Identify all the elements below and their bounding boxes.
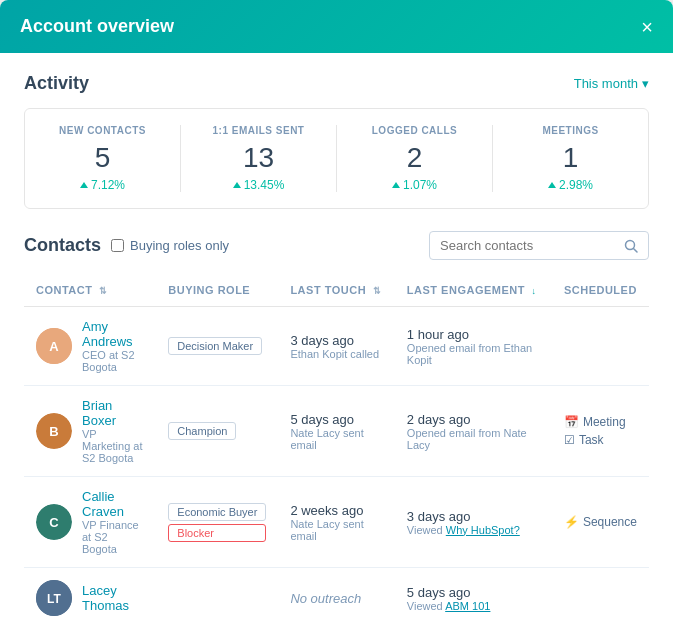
stat-emails-sent: 1:1 EMAILS SENT 13 13.45% [181,125,337,192]
activity-section-header: Activity This month ▾ [24,73,649,94]
contacts-section: Contacts Buying roles only [24,231,649,622]
engagement-cell: 3 days ago Viewed Why HubSpot? [395,477,552,568]
buying-role-cell: Decision Maker [156,307,278,386]
engagement-sub: Opened email from Nate Lacy [407,427,540,451]
stat-change-logged-calls: 1.07% [337,178,492,192]
table-row: C Callie Craven VP Finance at S2 Bogota … [24,477,649,568]
stat-change-emails-sent: 13.45% [181,178,336,192]
last-touch-main: 3 days ago [290,333,382,348]
engagement-cell: 5 days ago Viewed ABM 101 [395,568,552,623]
stat-change-new-contacts: 7.12% [25,178,180,192]
svg-text:C: C [49,515,59,530]
sort-icon: ⇅ [373,286,382,296]
engagement-main: 2 days ago [407,412,540,427]
table-row: LT Lacey Thomas No outreach [24,568,649,623]
contact-cell: B Brian Boxer VP Marketing at S2 Bogota [24,386,156,477]
last-touch-main: 5 days ago [290,412,382,427]
buying-role-badge: Champion [168,422,236,440]
last-touch-main: 2 weeks ago [290,503,382,518]
period-selector[interactable]: This month ▾ [574,76,649,91]
contact-title: CEO at S2 Bogota [82,349,144,373]
stat-value-logged-calls: 2 [337,142,492,174]
scheduled-cell: ⚡ Sequence [552,477,649,568]
modal-header: Account overview × [0,0,673,53]
engagement-main: 1 hour ago [407,327,540,342]
stat-value-new-contacts: 5 [25,142,180,174]
modal-title: Account overview [20,16,174,37]
engagement-link[interactable]: Why HubSpot? [446,524,520,536]
stat-label-emails-sent: 1:1 EMAILS SENT [181,125,336,136]
buying-role-badge: Decision Maker [168,337,262,355]
last-touch-sub: Nate Lacy sent email [290,518,382,542]
period-label: This month [574,76,638,91]
contacts-table: CONTACT ⇅ BUYING ROLE LAST TOUCH ⇅ LAST … [24,274,649,622]
contact-name[interactable]: Lacey Thomas [82,583,144,613]
stat-logged-calls: LOGGED CALLS 2 1.07% [337,125,493,192]
contact-cell: C Callie Craven VP Finance at S2 Bogota [24,477,156,568]
contact-name[interactable]: Brian Boxer [82,398,144,428]
avatar: B [36,413,72,449]
svg-text:LT: LT [47,592,61,606]
buying-role-badge-economic: Economic Buyer [168,503,266,521]
scheduled-meeting: 📅 Meeting [564,415,637,429]
buying-role-cell: Champion [156,386,278,477]
contact-title: VP Marketing at S2 Bogota [82,428,144,464]
engagement-sub: Viewed ABM 101 [407,600,540,612]
search-icon [624,239,638,253]
last-touch-cell: 2 weeks ago Nate Lacy sent email [278,477,394,568]
avatar: LT [36,580,72,616]
buying-roles-checkbox[interactable] [111,239,124,252]
table-row: A Amy Andrews CEO at S2 Bogota Decision … [24,307,649,386]
stat-label-meetings: MEETINGS [493,125,648,136]
col-last-engagement: LAST ENGAGEMENT ↓ [395,274,552,307]
engagement-link[interactable]: ABM 101 [445,600,490,612]
engagement-sub: Opened email from Ethan Kopit [407,342,540,366]
sequence-label: Sequence [583,515,637,529]
scheduled-sequence: ⚡ Sequence [564,515,637,529]
table-header-row: CONTACT ⇅ BUYING ROLE LAST TOUCH ⇅ LAST … [24,274,649,307]
contact-name[interactable]: Callie Craven [82,489,144,519]
engagement-cell: 2 days ago Opened email from Nate Lacy [395,386,552,477]
contact-info: Brian Boxer VP Marketing at S2 Bogota [82,398,144,464]
last-touch-cell: No outreach [278,568,394,623]
last-touch-cell: 5 days ago Nate Lacy sent email [278,386,394,477]
last-touch-sub: Nate Lacy sent email [290,427,382,451]
scheduled-cell [552,307,649,386]
buying-role-cell: Economic Buyer Blocker [156,477,278,568]
contact-title: VP Finance at S2 Bogota [82,519,144,555]
engagement-main: 5 days ago [407,585,540,600]
col-last-touch: LAST TOUCH ⇅ [278,274,394,307]
sequence-icon: ⚡ [564,515,579,529]
contacts-left: Contacts Buying roles only [24,235,229,256]
search-input[interactable] [440,238,618,253]
search-box[interactable] [429,231,649,260]
contact-cell: LT Lacey Thomas [24,568,156,623]
activity-title: Activity [24,73,89,94]
engagement-cell: 1 hour ago Opened email from Ethan Kopit [395,307,552,386]
table-row: B Brian Boxer VP Marketing at S2 Bogota … [24,386,649,477]
stat-new-contacts: NEW CONTACTS 5 7.12% [25,125,181,192]
activity-card: NEW CONTACTS 5 7.12% 1:1 EMAILS SENT 13 … [24,108,649,209]
modal: Account overview × Activity This month ▾… [0,0,673,622]
arrow-up-icon [548,182,556,188]
stat-value-emails-sent: 13 [181,142,336,174]
calendar-icon: 📅 [564,415,579,429]
contacts-header: Contacts Buying roles only [24,231,649,260]
contact-info: Lacey Thomas [82,583,144,613]
stat-meetings: MEETINGS 1 2.98% [493,125,648,192]
last-touch-cell: 3 days ago Ethan Kopit called [278,307,394,386]
contacts-title: Contacts [24,235,101,256]
close-button[interactable]: × [641,17,653,37]
svg-text:A: A [49,339,59,354]
col-buying-role: BUYING ROLE [156,274,278,307]
task-icon: ☑ [564,433,575,447]
buying-roles-filter[interactable]: Buying roles only [111,238,229,253]
buying-roles-label: Buying roles only [130,238,229,253]
avatar: A [36,328,72,364]
task-label: Task [579,433,604,447]
contact-info: Amy Andrews CEO at S2 Bogota [82,319,144,373]
sort-icon[interactable]: ↓ [532,286,537,296]
contact-cell: A Amy Andrews CEO at S2 Bogota [24,307,156,386]
scheduled-task: ☑ Task [564,433,637,447]
contact-name[interactable]: Amy Andrews [82,319,144,349]
